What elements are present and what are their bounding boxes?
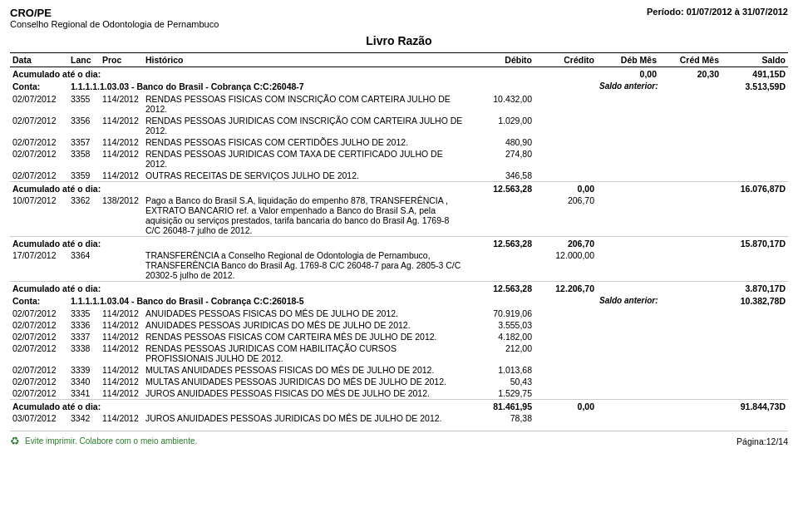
row-data: 02/07/2012 [10, 331, 68, 342]
acumulado5-credito: 0,00 [534, 400, 597, 413]
col-historico: Histórico [143, 53, 468, 67]
conta-number-1: 1.1.1.1.1.03.03 - Banco do Brasil - Cobr… [68, 80, 597, 93]
acumulado5-debito: 81.461,95 [468, 400, 534, 413]
row-saldo [722, 308, 788, 319]
acumulado-row-5: Acumulado até o dia: 81.461,95 0,00 91.8… [10, 400, 788, 413]
col-deb-mes: Déb Mês [597, 53, 659, 67]
org-abbr: CRO/PE [10, 7, 219, 19]
row-lanc: 3336 [68, 319, 100, 331]
row-debmes [597, 387, 659, 400]
table-row: 02/07/2012 3356 114/2012 RENDAS PESSOAS … [10, 115, 788, 136]
row-debmes [597, 342, 659, 364]
row-lanc: 3342 [68, 412, 100, 424]
acumulado2-saldo: 16.076,87D [722, 182, 788, 195]
row-hist: TRANSFERÊNCIA a Conselho Regional de Odo… [143, 249, 468, 282]
row-credmes [659, 319, 722, 331]
footer: ♻ Evite imprimir. Colabore com o meio am… [10, 431, 788, 447]
row-deb: 1.529,75 [468, 387, 534, 400]
row-credmes [659, 148, 722, 170]
row-hist: ANUIDADES PESSOAS FISICAS DO MÊS DE JULH… [143, 308, 468, 319]
row-hist: OUTRAS RECEITAS DE SERVIÇOS JULHO DE 201… [143, 170, 468, 182]
row-debmes [597, 376, 659, 387]
row-proc: 114/2012 [100, 387, 143, 400]
row-credmes [659, 195, 722, 237]
row-saldo [722, 195, 788, 237]
row-deb: 1.013,68 [468, 364, 534, 376]
row-cred: 206,70 [534, 195, 597, 237]
row-data: 02/07/2012 [10, 319, 68, 331]
row-data: 02/07/2012 [10, 308, 68, 319]
row-saldo [722, 387, 788, 400]
row-debmes [597, 195, 659, 237]
row-data: 02/07/2012 [10, 342, 68, 364]
acumulado-label-3: Acumulado até o dia: [10, 237, 468, 250]
row-credmes [659, 93, 722, 115]
row-saldo [722, 136, 788, 148]
row-hist: JUROS ANUIDADES PESSOAS FISICAS DO MÊS D… [143, 387, 468, 400]
acumulado3-debito: 12.563,28 [468, 237, 534, 250]
row-saldo [722, 249, 788, 282]
conta-label-2: Conta: [10, 294, 68, 308]
row-cred [534, 170, 597, 182]
row-credmes [659, 249, 722, 282]
row-lanc: 3335 [68, 308, 100, 319]
row-hist: MULTAS ANUIDADES PESSOAS FISICAS DO MÊS … [143, 364, 468, 376]
table-row: 03/07/2012 3342 114/2012 JUROS ANUIDADES… [10, 412, 788, 424]
table-row: 02/07/2012 3358 114/2012 RENDAS PESSOAS … [10, 148, 788, 170]
table-row: 02/07/2012 3337 114/2012 RENDAS PESSOAS … [10, 331, 788, 342]
acumulado1-deb-mes: 0,00 [597, 67, 659, 81]
header: CRO/PE Conselho Regional de Odontologia … [10, 7, 788, 31]
acumulado3-saldo: 15.870,17D [722, 237, 788, 250]
row-credmes [659, 376, 722, 387]
row-saldo [722, 170, 788, 182]
row-proc: 114/2012 [100, 342, 143, 364]
row-cred [534, 331, 597, 342]
row-data: 02/07/2012 [10, 148, 68, 170]
row-deb: 274,80 [468, 148, 534, 170]
table-row: 17/07/2012 3364 TRANSFERÊNCIA a Conselho… [10, 249, 788, 282]
row-data: 02/07/2012 [10, 115, 68, 136]
row-data: 02/07/2012 [10, 364, 68, 376]
row-debmes [597, 319, 659, 331]
row-saldo [722, 376, 788, 387]
row-debmes [597, 308, 659, 319]
row-debmes [597, 412, 659, 424]
table-row: 02/07/2012 3341 114/2012 JUROS ANUIDADES… [10, 387, 788, 400]
acumulado4-saldo: 3.870,17D [722, 282, 788, 295]
row-saldo [722, 115, 788, 136]
conta1-saldo-valor: 3.513,59D [722, 80, 788, 93]
row-data: 03/07/2012 [10, 412, 68, 424]
acumulado-row-1: Acumulado até o dia: 0,00 20,30 491,15D [10, 67, 788, 81]
table-row: 02/07/2012 3355 114/2012 RENDAS PESSOAS … [10, 93, 788, 115]
conta-number-2: 1.1.1.1.1.03.04 - Banco do Brasil - Cobr… [68, 294, 597, 308]
column-headers: Data Lanc Proc Histórico Débito Crédito … [10, 53, 788, 67]
row-hist: RENDAS PESSOAS JURIDICAS COM INSCRIÇÃO C… [143, 115, 468, 136]
row-data: 02/07/2012 [10, 93, 68, 115]
row-lanc: 3362 [68, 195, 100, 237]
row-debmes [597, 331, 659, 342]
row-credmes [659, 387, 722, 400]
row-data: 17/07/2012 [10, 249, 68, 282]
row-cred [534, 342, 597, 364]
acumulado2-credmes [659, 182, 722, 195]
row-credmes [659, 331, 722, 342]
row-hist: RENDAS PESSOAS FISICAS COM CERTIDÕES JUL… [143, 136, 468, 148]
acumulado5-debmes [597, 400, 659, 413]
row-credmes [659, 136, 722, 148]
row-saldo [722, 412, 788, 424]
row-data: 02/07/2012 [10, 387, 68, 400]
row-deb [468, 195, 534, 237]
row-credmes [659, 170, 722, 182]
row-credmes [659, 342, 722, 364]
row-data: 02/07/2012 [10, 136, 68, 148]
acumulado2-debmes [597, 182, 659, 195]
page: CRO/PE Conselho Regional de Odontologia … [0, 0, 798, 454]
row-hist: RENDAS PESSOAS FISICAS COM CARTEIRA MÊS … [143, 331, 468, 342]
row-proc: 114/2012 [100, 136, 143, 148]
acumulado4-debito: 12.563,28 [468, 282, 534, 295]
row-debmes [597, 249, 659, 282]
conta-label-1: Conta: [10, 80, 68, 93]
row-credmes [659, 364, 722, 376]
row-saldo [722, 148, 788, 170]
col-lanc: Lanc [68, 53, 100, 67]
